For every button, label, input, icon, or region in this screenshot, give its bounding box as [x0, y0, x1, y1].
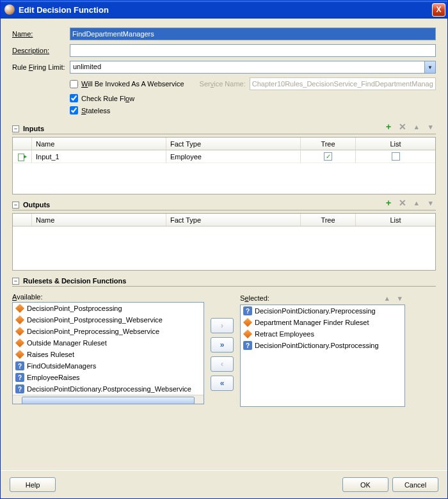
dialog-window: Edit Decision Function X Name: Descripti…: [0, 0, 448, 499]
outputs-add-button[interactable]: +: [383, 198, 394, 208]
inputs-col-tree[interactable]: Tree: [301, 138, 356, 150]
cancel-button[interactable]: Cancel: [392, 477, 438, 492]
ruleset-icon: [15, 315, 24, 324]
webservice-checkbox[interactable]: [70, 80, 78, 88]
selected-listbox[interactable]: ?DecisionPointDictionary.PreprocessingDe…: [240, 305, 405, 407]
decision-function-icon: ?: [243, 306, 252, 315]
input-type-cell[interactable]: Employee: [166, 150, 301, 162]
outputs-move-down-button[interactable]: ▾: [426, 198, 436, 208]
minus-icon: −: [14, 202, 17, 208]
selected-move-up-button[interactable]: ▴: [382, 293, 392, 303]
list-item-label: DecisionPointDictionary.Postprocessing_W…: [27, 385, 191, 393]
stateless-checkbox[interactable]: [70, 106, 78, 115]
inputs-move-up-button[interactable]: ▴: [412, 122, 422, 132]
ruleset-icon: [243, 318, 252, 327]
shuttle-buttons: › » ‹ «: [211, 293, 234, 407]
input-tree-cell[interactable]: ✓: [301, 150, 356, 162]
list-item[interactable]: ?DecisionPointDictionary.Postprocessing: [241, 340, 404, 351]
list-item[interactable]: DecisionPoint_Postprocessing: [13, 303, 204, 314]
outputs-collapse-toggle[interactable]: −: [12, 202, 19, 209]
description-input[interactable]: [70, 44, 436, 57]
dropdown-icon: ▼: [424, 61, 435, 73]
list-item[interactable]: Retract Employees: [241, 328, 404, 340]
chevron-down-icon: ▾: [429, 123, 433, 131]
close-button[interactable]: X: [432, 3, 445, 17]
list-item-label: FindOutsideManagers: [27, 362, 96, 370]
minus-icon: −: [14, 278, 17, 284]
move-right-button[interactable]: ›: [211, 318, 234, 333]
ruleset-icon: [15, 350, 24, 359]
table-row[interactable]: Input_1Employee✓: [13, 150, 435, 163]
selected-move-down-button[interactable]: ▾: [395, 293, 405, 303]
inputs-delete-button[interactable]: ✕: [397, 122, 408, 132]
chevron-up-icon: ▴: [385, 294, 389, 303]
name-label: Name:: [12, 30, 70, 38]
list-item[interactable]: Raises Ruleset: [13, 349, 204, 360]
chevron-left-icon: ‹: [221, 360, 223, 368]
list-item[interactable]: Department Manager Finder Ruleset: [241, 317, 404, 328]
plus-icon: +: [386, 122, 391, 132]
chevron-down-icon: ▾: [398, 294, 402, 303]
move-all-left-button[interactable]: «: [211, 376, 234, 391]
inputs-collapse-toggle[interactable]: −: [12, 125, 19, 132]
list-item[interactable]: Outside Manager Ruleset: [13, 337, 204, 349]
input-list-cell[interactable]: [356, 150, 435, 162]
inputs-col-list[interactable]: List: [356, 138, 435, 150]
move-left-button[interactable]: ‹: [211, 356, 234, 372]
rulesets-collapse-toggle[interactable]: −: [12, 278, 19, 285]
selected-label: Selected:: [240, 294, 269, 302]
decision-function-icon: ?: [15, 384, 24, 393]
stateless-label: Stateless: [81, 107, 110, 115]
outputs-move-up-button[interactable]: ▴: [412, 198, 422, 208]
outputs-col-type[interactable]: Fact Type: [166, 214, 301, 226]
list-item[interactable]: ?FindOutsideManagers: [13, 360, 204, 372]
move-all-right-button[interactable]: »: [211, 337, 234, 352]
inputs-title: Inputs: [23, 125, 44, 132]
outputs-title: Outputs: [23, 201, 50, 209]
list-item[interactable]: DecisionPoint_Postprocessing_Webservice: [13, 314, 204, 326]
double-chevron-left-icon: «: [220, 379, 225, 388]
list-item-label: DecisionPoint_Postprocessing_Webservice: [27, 316, 163, 324]
input-name-cell[interactable]: Input_1: [32, 150, 166, 162]
list-item[interactable]: ?DecisionPointDictionary.Postprocessing_…: [13, 383, 204, 395]
inputs-add-button[interactable]: +: [383, 122, 394, 132]
app-icon: [4, 4, 15, 15]
ruleset-icon: [15, 304, 24, 313]
outputs-col-list[interactable]: List: [356, 214, 435, 226]
rule-firing-limit-select[interactable]: unlimited ▼: [70, 61, 436, 74]
name-input[interactable]: [70, 28, 436, 40]
service-name-input: [250, 77, 436, 90]
decision-function-icon: ?: [15, 373, 24, 382]
ruleset-icon: [15, 327, 24, 336]
description-label: Description:: [12, 47, 70, 54]
chevron-down-icon: ▾: [429, 199, 433, 207]
list-item-label: DecisionPoint_Preprocessing_Webservice: [27, 328, 159, 335]
inputs-move-down-button[interactable]: ▾: [426, 122, 436, 132]
list-item-label: DecisionPoint_Postprocessing: [27, 305, 122, 312]
chevron-up-icon: ▴: [415, 199, 419, 207]
list-item[interactable]: DecisionPoint_Preprocessing_Webservice: [13, 326, 204, 337]
available-listbox[interactable]: DecisionPoint_PostprocessingDecisionPoin…: [12, 302, 204, 404]
horizontal-scrollbar[interactable]: [13, 395, 204, 404]
ruleset-icon: [243, 329, 252, 338]
list-item[interactable]: ?EmployeeRaises: [13, 372, 204, 383]
content-area: Name: Description: Rule Firing Limit: un…: [1, 19, 447, 470]
outputs-grid: Name Fact Type Tree List: [12, 213, 436, 271]
x-icon: ✕: [399, 198, 406, 208]
outputs-delete-button[interactable]: ✕: [397, 198, 408, 208]
outputs-col-name[interactable]: Name: [32, 214, 166, 226]
rule-firing-limit-label: Rule Firing Limit:: [12, 63, 70, 71]
decision-function-icon: ?: [15, 361, 24, 370]
outputs-col-tree[interactable]: Tree: [301, 214, 356, 226]
chevron-right-icon: ›: [221, 321, 223, 330]
ok-button[interactable]: OK: [342, 477, 388, 492]
inputs-col-type[interactable]: Fact Type: [166, 138, 301, 150]
close-icon: X: [436, 5, 441, 14]
inputs-col-name[interactable]: Name: [32, 138, 166, 150]
help-button[interactable]: Help: [10, 477, 56, 492]
list-item-label: EmployeeRaises: [27, 374, 80, 381]
inputs-grid-body: Input_1Employee✓: [13, 150, 435, 194]
outputs-section: − Outputs + ✕ ▴ ▾ Name Fact Type Tree Li…: [12, 201, 436, 271]
list-item[interactable]: ?DecisionPointDictionary.Preprocessing: [241, 305, 404, 317]
check-rule-flow-checkbox[interactable]: [70, 94, 78, 102]
